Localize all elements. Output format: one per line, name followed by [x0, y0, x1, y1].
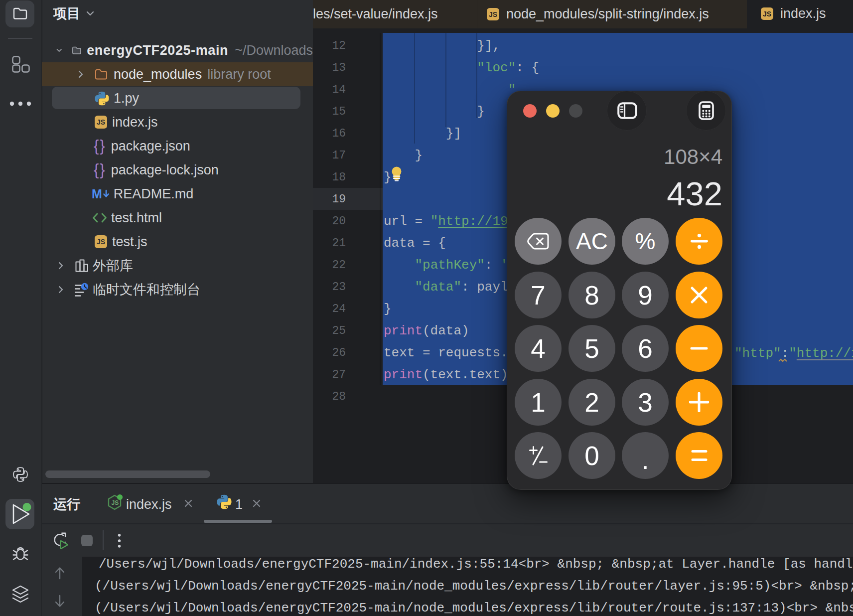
svg-text:JS: JS: [112, 499, 119, 506]
